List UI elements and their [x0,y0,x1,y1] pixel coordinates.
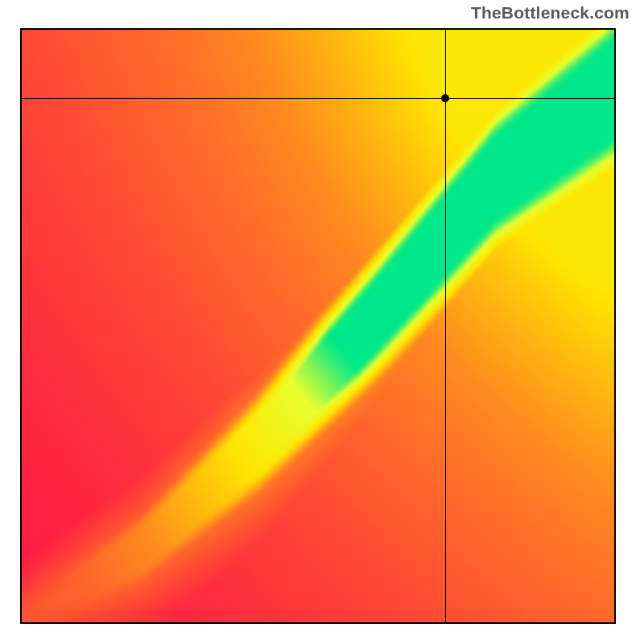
bottleneck-heatmap-frame [20,28,616,624]
attribution-text: TheBottleneck.com [471,3,630,23]
crosshair-horizontal [22,98,614,99]
crosshair-vertical [445,30,446,622]
bottleneck-heatmap [22,30,614,622]
selection-marker[interactable] [441,94,449,102]
